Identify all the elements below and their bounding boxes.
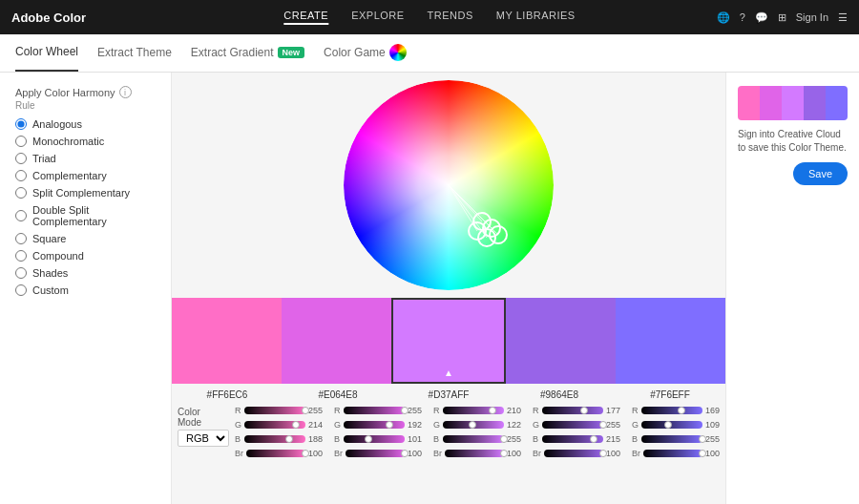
theme-swatch-4 xyxy=(826,86,848,120)
nav-links: CREATE EXPLORE TRENDS MY LIBRARIES xyxy=(283,10,575,25)
g-slider-2[interactable] xyxy=(443,421,504,429)
swatches-row xyxy=(172,298,725,384)
channel-r-4: R 169 xyxy=(632,405,720,416)
channel-g-1: G 192 xyxy=(334,419,422,430)
nav-right: 🌐 ? 💬 ⊞ Sign In ☰ xyxy=(717,11,848,24)
r-slider-1[interactable] xyxy=(344,407,405,414)
theme-preview xyxy=(738,86,848,120)
channel-br-3: Br 100 xyxy=(533,448,620,459)
swatch-1[interactable] xyxy=(282,298,391,384)
b-slider-2[interactable] xyxy=(443,435,504,443)
hex-col-3: #9864E8 xyxy=(504,389,615,403)
br-slider-0[interactable] xyxy=(246,450,305,457)
chat-icon[interactable]: 💬 xyxy=(755,11,768,24)
sign-in-link[interactable]: Sign In xyxy=(796,11,828,23)
swatch-3[interactable] xyxy=(506,298,616,384)
color-wheel-svg[interactable] xyxy=(344,80,554,290)
radio-double-split[interactable]: Double Split Complementary xyxy=(15,204,156,227)
br-slider-4[interactable] xyxy=(643,450,702,457)
swatch-2[interactable] xyxy=(391,298,505,384)
r-slider-2[interactable] xyxy=(443,407,504,414)
r-slider-3[interactable] xyxy=(542,407,603,414)
tab-extract-theme[interactable]: Extract Theme xyxy=(97,34,172,72)
menu-icon[interactable]: ☰ xyxy=(838,11,848,24)
hex-col-1: #E064E8 xyxy=(283,389,393,403)
radio-custom[interactable]: Custom xyxy=(15,284,156,296)
tab-color-wheel[interactable]: Color Wheel xyxy=(15,34,78,72)
nav-trends[interactable]: TRENDS xyxy=(428,10,473,25)
app-logo: Adobe Color xyxy=(11,10,86,25)
g-slider-1[interactable] xyxy=(344,421,405,429)
tab-color-game[interactable]: Color Game xyxy=(324,34,407,72)
theme-swatch-1 xyxy=(760,86,782,120)
channel-br-4: Br 100 xyxy=(632,448,720,459)
nav-my-libraries[interactable]: MY LIBRARIES xyxy=(496,10,576,25)
swatch-0[interactable] xyxy=(172,298,282,384)
channel-br-2: Br 100 xyxy=(433,448,521,459)
br-slider-3[interactable] xyxy=(544,450,603,457)
slider-col-2: R 210 G 122 B 255 Br xyxy=(428,403,527,500)
channel-r-2: R 210 xyxy=(433,405,521,416)
left-panel: Apply Color Harmony i Rule Analogous Mon… xyxy=(0,73,172,504)
hex-2[interactable]: #D37AFF xyxy=(429,389,470,400)
b-slider-3[interactable] xyxy=(542,435,603,443)
b-slider-1[interactable] xyxy=(344,435,405,443)
color-wheel[interactable] xyxy=(344,80,554,290)
channel-r-3: R 177 xyxy=(533,405,620,416)
hex-1[interactable]: #E064E8 xyxy=(318,389,357,400)
radio-compound[interactable]: Compound xyxy=(15,250,156,262)
channel-b-0: B 188 xyxy=(235,433,323,445)
theme-swatch-0 xyxy=(738,86,760,120)
channel-b-3: B 215 xyxy=(533,433,620,445)
help-icon[interactable]: ? xyxy=(740,11,745,23)
harmony-title: Apply Color Harmony i xyxy=(15,86,156,98)
nav-create[interactable]: CREATE xyxy=(283,10,328,25)
hex-3[interactable]: #9864E8 xyxy=(540,389,578,400)
radio-analogous[interactable]: Analogous xyxy=(15,118,156,130)
color-mode-panel: Color Mode RGB xyxy=(172,403,229,500)
channel-g-2: G 122 xyxy=(433,419,521,430)
channel-br-0: Br 100 xyxy=(235,448,323,459)
channel-b-1: B 101 xyxy=(334,433,422,445)
br-slider-1[interactable] xyxy=(346,450,405,457)
radio-square[interactable]: Square xyxy=(15,233,156,244)
nav-explore[interactable]: EXPLORE xyxy=(351,10,404,25)
radio-complementary[interactable]: Complementary xyxy=(15,170,156,181)
br-slider-2[interactable] xyxy=(445,450,504,457)
channel-b-2: B 255 xyxy=(433,433,521,445)
save-button[interactable]: Save xyxy=(793,162,848,185)
channel-g-3: G 255 xyxy=(533,419,620,430)
radio-monochromatic[interactable]: Monochromatic xyxy=(15,136,156,147)
g-slider-0[interactable] xyxy=(244,421,305,429)
b-slider-0[interactable] xyxy=(244,435,305,443)
r-slider-4[interactable] xyxy=(641,407,702,414)
radio-triad[interactable]: Triad xyxy=(15,153,156,164)
rule-label: Rule xyxy=(15,100,156,111)
sign-in-text: Sign into Creative Cloud to save this Co… xyxy=(738,128,848,155)
radio-shades[interactable]: Shades xyxy=(15,267,156,279)
b-slider-4[interactable] xyxy=(641,435,702,443)
slider-col-4: R 169 G 109 B 255 Br xyxy=(626,403,725,500)
r-slider-0[interactable] xyxy=(244,407,305,414)
slider-col-0: R 255 G 214 B 188 Br xyxy=(229,403,328,500)
tab-bar: Color Wheel Extract Theme Extract Gradie… xyxy=(0,34,859,73)
g-slider-3[interactable] xyxy=(542,421,603,429)
hex-0[interactable]: #FF6EC6 xyxy=(207,389,248,400)
all-sliders: R 255 G 214 B 188 Br xyxy=(229,403,725,500)
color-mode-select[interactable]: RGB xyxy=(178,430,229,447)
tab-extract-gradient[interactable]: Extract Gradient New xyxy=(191,34,304,72)
globe-icon[interactable]: 🌐 xyxy=(717,11,730,24)
hex-4[interactable]: #7F6EFF xyxy=(650,389,690,400)
top-nav: Adobe Color CREATE EXPLORE TRENDS MY LIB… xyxy=(0,0,859,34)
swatch-4[interactable] xyxy=(616,298,725,384)
radio-split-complementary[interactable]: Split Complementary xyxy=(15,187,156,199)
harmony-info-icon[interactable]: i xyxy=(119,86,132,98)
hex-col-0: #FF6EC6 xyxy=(172,389,283,403)
channel-b-4: B 255 xyxy=(632,433,720,445)
color-game-icon xyxy=(389,44,407,61)
channel-r-0: R 255 xyxy=(235,405,323,416)
apps-icon[interactable]: ⊞ xyxy=(778,11,786,24)
slider-col-1: R 255 G 192 B 101 Br xyxy=(328,403,428,500)
channel-g-0: G 214 xyxy=(235,419,323,430)
g-slider-4[interactable] xyxy=(641,421,702,429)
